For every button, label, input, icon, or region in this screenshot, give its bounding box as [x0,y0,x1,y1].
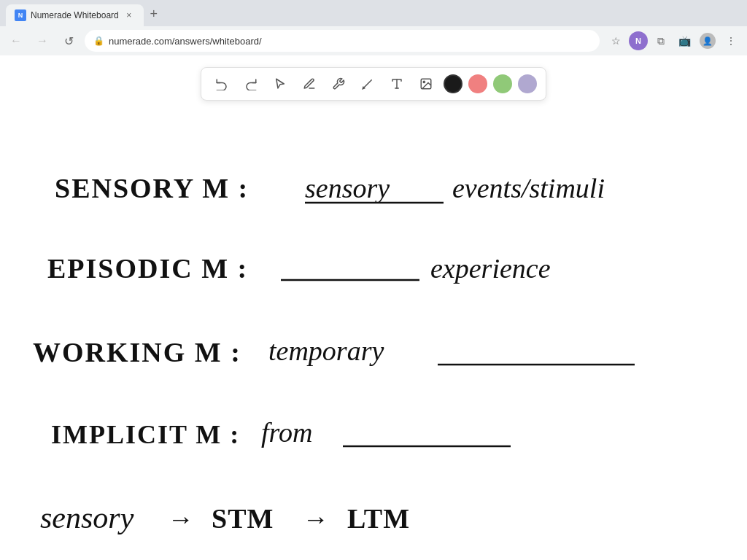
temporary-text: temporary [268,335,384,366]
profile-button[interactable]: N [629,31,648,50]
undo-button[interactable] [210,72,233,96]
sensory-word-text: sensory [305,173,390,203]
extensions-button[interactable]: ⧉ [651,31,671,51]
memory-flow-text: sensory [40,501,134,534]
from-text: from [261,417,312,448]
svg-line-0 [364,80,372,88]
implicit-line-text: IMPLICIT M : [51,420,240,449]
color-pink[interactable] [468,74,487,93]
color-black[interactable] [444,74,462,93]
url-text: numerade.com/answers/whiteboard/ [109,36,591,47]
working-line-text: WORKING M : [33,337,241,368]
forward-button[interactable]: → [32,31,53,51]
browser-chrome: N Numerade Whiteboard × + ← → ↺ 🔒 numera… [0,0,747,55]
menu-button[interactable]: ⋮ [721,31,741,51]
tools-button[interactable] [327,72,350,96]
select-tool-button[interactable] [268,72,292,96]
whiteboard-container: SENSORY M : sensory events/stimuli EPISO… [0,55,747,560]
pencil-tool-button[interactable] [298,72,321,96]
tab-bar: N Numerade Whiteboard × + [0,0,747,26]
back-button[interactable]: ← [6,31,26,51]
active-tab[interactable]: N Numerade Whiteboard × [6,4,144,26]
marker-tool-button[interactable] [356,72,379,96]
stm-text: STM [212,503,274,534]
url-bar[interactable]: 🔒 numerade.com/answers/whiteboard/ [85,30,600,52]
color-green[interactable] [493,74,512,93]
stimuli-text: events/stimuli [452,173,605,203]
episodic-line-text: EPISODIC M : [47,253,248,284]
address-bar: ← → ↺ 🔒 numerade.com/answers/whiteboard/… [0,26,747,55]
drawing-toolbar [201,67,546,101]
ltm-text: LTM [347,503,410,534]
arrow1-text: → [168,504,194,534]
new-tab-button[interactable]: + [144,4,164,24]
toolbar-right: ☆ N ⧉ 📺 👤 ⋮ [605,31,741,51]
lock-icon: 🔒 [93,36,104,46]
experience-text: experience [430,253,551,284]
tab-close-button[interactable]: × [123,9,135,21]
bookmark-button[interactable]: ☆ [605,31,626,51]
reload-button[interactable]: ↺ [58,31,79,51]
text-tool-button[interactable] [385,72,409,96]
account-button[interactable]: 👤 [697,31,718,51]
color-purple[interactable] [518,74,537,93]
tab-title: Numerade Whiteboard [31,10,119,20]
sensory-line-text: SENSORY M : [55,173,249,203]
redo-button[interactable] [239,72,263,96]
arrow2-text: → [303,504,329,534]
tab-favicon: N [15,9,26,21]
image-tool-button[interactable] [414,72,438,96]
svg-point-4 [423,81,425,82]
cast-button[interactable]: 📺 [674,31,694,51]
whiteboard-canvas[interactable]: SENSORY M : sensory events/stimuli EPISO… [0,55,747,560]
